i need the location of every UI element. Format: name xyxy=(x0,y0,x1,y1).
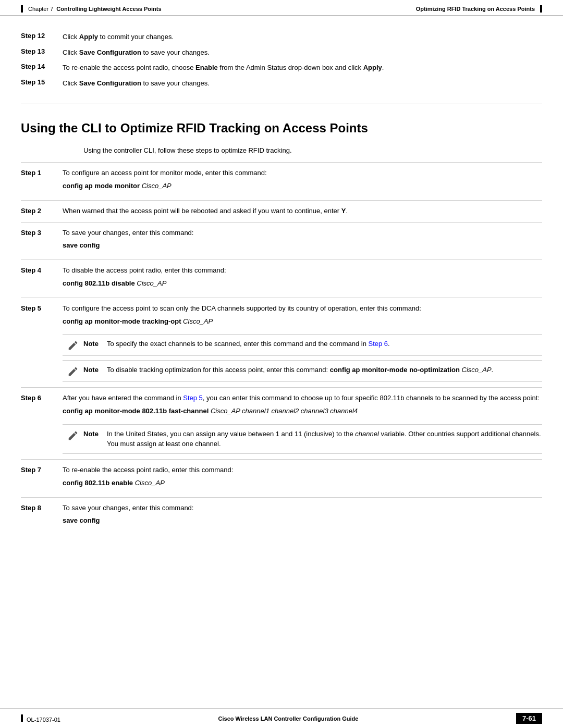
step7-code-italic: Cisco_AP xyxy=(135,479,165,487)
cli-step-content-8: To save your changes, enter this command… xyxy=(63,503,542,530)
cli-step-content-6: After you have entered the command in St… xyxy=(63,393,542,420)
cli-step-label-4: Step 4 xyxy=(21,265,63,274)
previous-steps-section: Step 12 Click Apply to commit your chang… xyxy=(21,32,542,104)
note-container-2: Note To disable tracking optimization fo… xyxy=(63,360,542,382)
step2-divider xyxy=(21,222,542,223)
step1-divider xyxy=(21,200,542,201)
section-divider xyxy=(21,162,542,163)
step-label-13: Step 13 xyxy=(21,47,63,55)
step5-code: config ap monitor-mode tracking-opt Cisc… xyxy=(63,316,542,327)
step4-divider xyxy=(21,298,542,298)
header-right-title: Optimizing RFID Tracking on Access Point… xyxy=(416,6,535,12)
step-label-12: Step 12 xyxy=(21,32,63,40)
step8-code: save config xyxy=(63,515,542,526)
step15-bold: Save Configuration xyxy=(79,79,141,87)
note-text-3: In the United States, you can assign any… xyxy=(107,429,542,449)
cli-step-row-6: Step 6 After you have entered the comman… xyxy=(21,393,542,420)
cli-step-row-5: Step 5 To configure the access point to … xyxy=(21,303,542,330)
cli-step-row-3: Step 3 To save your changes, enter this … xyxy=(21,228,542,255)
step7-code: config 802.11b enable Cisco_AP xyxy=(63,478,542,489)
step14-bold2: Apply xyxy=(363,64,382,71)
note-label-3: Note xyxy=(83,429,107,438)
step-label-15: Step 15 xyxy=(21,78,63,86)
cli-step-label-8: Step 8 xyxy=(21,503,63,512)
step6-code: config ap monitor-mode 802.11b fast-chan… xyxy=(63,406,542,417)
pencil-note-icon-3 xyxy=(67,430,79,441)
section-intro: Using the controller CLI, follow these s… xyxy=(21,146,542,154)
cli-step-content-1: To configure an access point for monitor… xyxy=(63,168,542,195)
step-row-15: Step 15 Click Save Configuration to save… xyxy=(21,78,542,89)
step5-divider xyxy=(21,387,542,388)
note-container-1: Note To specify the exact channels to be… xyxy=(63,334,542,356)
header-chapter-title: Controlling Lightweight Access Points xyxy=(56,6,161,12)
cli-step-content-7: To re-enable the access point radio, ent… xyxy=(63,465,542,492)
step-row-14: Step 14 To re-enable the access point ra… xyxy=(21,63,542,73)
cli-step-row-1: Step 1 To configure an access point for … xyxy=(21,168,542,195)
note-icon-3 xyxy=(63,429,83,441)
page: Chapter 7 Controlling Lightweight Access… xyxy=(0,0,563,728)
cli-step-row-4: Step 4 To disable the access point radio… xyxy=(21,265,542,292)
note-text-2: To disable tracking optimization for thi… xyxy=(107,365,542,375)
step12-bold: Apply xyxy=(79,33,98,41)
cli-step-content-5: To configure the access point to scan on… xyxy=(63,303,542,330)
header-bar-right xyxy=(540,5,542,13)
cli-step-row-7: Step 7 To re-enable the access point rad… xyxy=(21,465,542,492)
step1-code: config ap mode monitor Cisco_AP xyxy=(63,181,542,192)
note-icon-2 xyxy=(63,365,83,377)
cli-steps: Step 1 To configure an access point for … xyxy=(21,168,542,529)
note-icon-1 xyxy=(63,339,83,351)
note2-bold: config ap monitor-mode no-optimization xyxy=(330,366,460,374)
step4-code-italic: Cisco_AP xyxy=(137,279,166,287)
step5-code-italic: Cisco_AP xyxy=(183,317,213,325)
note-text-1: To specify the exact channels to be scan… xyxy=(107,339,542,349)
step3-divider xyxy=(21,260,542,260)
note-label-1: Note xyxy=(83,339,107,348)
pencil-note-icon xyxy=(67,340,79,351)
footer-doc-id: OL-17037-01 xyxy=(27,717,60,723)
cli-step-row-8: Step 8 To save your changes, enter this … xyxy=(21,503,542,530)
step-label-14: Step 14 xyxy=(21,63,63,70)
footer-page-number: 7-61 xyxy=(516,713,542,724)
step5-link[interactable]: Step 5 xyxy=(183,394,203,402)
cli-step-content-2: When warned that the access point will b… xyxy=(63,206,542,217)
step-row-12: Step 12 Click Apply to commit your chang… xyxy=(21,32,542,42)
note-label-2: Note xyxy=(83,365,107,374)
cli-step-label-7: Step 7 xyxy=(21,465,63,474)
page-content: Step 12 Click Apply to commit your chang… xyxy=(0,16,563,565)
step-content-13: Click Save Configuration to save your ch… xyxy=(63,47,542,58)
page-footer: OL-17037-01 Cisco Wireless LAN Controlle… xyxy=(0,708,563,728)
footer-left: OL-17037-01 xyxy=(21,714,60,723)
step14-bold1: Enable xyxy=(195,64,218,71)
cli-step-label-6: Step 6 xyxy=(21,393,63,402)
footer-bar-left xyxy=(21,714,23,722)
header-right: Optimizing RFID Tracking on Access Point… xyxy=(416,5,542,13)
cli-step-label-1: Step 1 xyxy=(21,168,63,177)
step4-code: config 802.11b disable Cisco_AP xyxy=(63,278,542,289)
step2-bold: Y xyxy=(341,207,346,215)
note-container-3: Note In the United States, you can assig… xyxy=(63,424,542,454)
footer-center-text: Cisco Wireless LAN Controller Configurat… xyxy=(218,715,359,722)
step6-link-1[interactable]: Step 6 xyxy=(369,340,388,348)
header-bar-left xyxy=(21,5,23,13)
page-header: Chapter 7 Controlling Lightweight Access… xyxy=(0,0,563,16)
cli-step-content-3: To save your changes, enter this command… xyxy=(63,228,542,255)
step6-code-italic: Cisco_AP channel1 channel2 channel3 chan… xyxy=(211,407,358,415)
header-chapter-label: Chapter 7 xyxy=(28,6,53,12)
cli-step-label-5: Step 5 xyxy=(21,303,63,312)
note2-italic: Cisco_AP xyxy=(462,366,492,374)
header-left: Chapter 7 Controlling Lightweight Access… xyxy=(21,5,162,13)
step3-code: save config xyxy=(63,240,542,251)
section-heading: Using the CLI to Optimize RFID Tracking … xyxy=(21,120,542,136)
note3-italic: channel xyxy=(355,430,379,438)
step-content-15: Click Save Configuration to save your ch… xyxy=(63,78,542,89)
cli-step-row-2: Step 2 When warned that the access point… xyxy=(21,206,542,217)
step-content-12: Click Apply to commit your changes. xyxy=(63,32,542,42)
cli-step-label-2: Step 2 xyxy=(21,206,63,215)
step1-code-italic: Cisco_AP xyxy=(142,182,172,190)
step13-bold: Save Configuration xyxy=(79,48,141,56)
step7-divider xyxy=(21,497,542,498)
cli-step-content-4: To disable the access point radio, enter… xyxy=(63,265,542,292)
step-content-14: To re-enable the access point radio, cho… xyxy=(63,63,542,73)
step6-divider xyxy=(21,459,542,460)
pencil-note-icon-2 xyxy=(67,366,79,377)
